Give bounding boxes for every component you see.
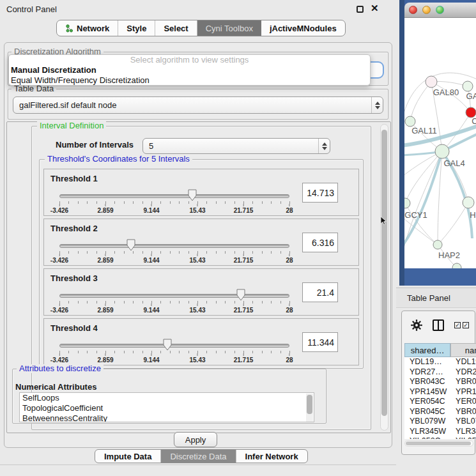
threshold-2-slider-thumb[interactable] <box>127 239 135 251</box>
threshold-3-slider-track[interactable] <box>59 294 289 298</box>
column-header-name[interactable]: name <box>450 343 476 357</box>
threshold-3-value-field[interactable]: 21.4 <box>302 282 338 302</box>
node-label: H <box>470 210 475 220</box>
nodes: GAL80GACGAL11GAL4GCY1HHAP2 <box>404 76 476 268</box>
network-node[interactable] <box>463 197 474 208</box>
algorithm-option-manual[interactable]: Manual Discretization <box>9 65 370 75</box>
tab-jactivemnodules[interactable]: jActiveMNodules <box>261 20 345 36</box>
tick-label: 21.715 <box>234 303 254 314</box>
table-row[interactable]: YBR045CYBR04 <box>404 407 476 417</box>
minimize-traffic-light-icon[interactable] <box>422 6 431 14</box>
cell: YER054C <box>404 397 450 407</box>
tab-style[interactable]: Style <box>118 20 155 36</box>
tick-label: 9.144 <box>143 303 159 314</box>
tick-labels: -3.426 2.859 9.144 15.43 21.715 28 <box>59 204 289 214</box>
table-row[interactable]: YER054CYER05 <box>404 397 476 407</box>
column-layout-icon[interactable] <box>433 319 444 331</box>
tick-label: -3.426 <box>50 353 68 364</box>
network-node[interactable] <box>404 198 410 208</box>
tab-select[interactable]: Select <box>155 20 197 36</box>
threshold-4-slider-track[interactable] <box>59 344 289 348</box>
network-node[interactable] <box>426 76 437 88</box>
tick-label: 28 <box>286 204 293 214</box>
table-row[interactable]: YLR345WYLR34 <box>404 427 476 437</box>
settings-scroll-panel: Interval Definition Number of Intervals … <box>6 121 391 433</box>
number-of-intervals-value: 5 <box>143 141 318 151</box>
network-canvas[interactable]: GAL80GACGAL11GAL4GCY1HHAP2 <box>404 18 476 268</box>
tab-discretize-data[interactable]: Discretize Data <box>161 450 236 463</box>
number-of-intervals-label: Number of Intervals <box>56 140 134 150</box>
threshold-1-slider-track[interactable] <box>59 194 289 198</box>
column-header-shared-name[interactable]: shared… <box>404 343 450 357</box>
edges <box>404 73 476 268</box>
gear-icon[interactable] <box>411 319 422 331</box>
table-row[interactable]: YBL079WYBL07 <box>404 417 476 427</box>
table-row[interactable]: YPR145WYPR14 <box>404 387 476 397</box>
select-columns-icon[interactable]: ✓ ✓ <box>454 322 469 328</box>
tab-select-label: Select <box>164 24 188 33</box>
network-node[interactable] <box>405 116 415 127</box>
cell: YLR34 <box>450 427 476 437</box>
tick-label: 28 <box>286 303 293 314</box>
node-table[interactable]: shared… name YDL19…YDL19 YDR27…YDR27 YBR… <box>404 343 476 439</box>
tick-label: 15.43 <box>189 353 205 364</box>
threshold-4-slider-thumb[interactable] <box>163 339 172 351</box>
checkbox-icon: ✓ <box>463 322 469 328</box>
list-scrollbar[interactable] <box>306 394 313 422</box>
network-node[interactable] <box>452 263 461 268</box>
cell: YBR04 <box>450 377 476 387</box>
cell: YIL052C <box>404 436 450 439</box>
list-item[interactable]: BetweennessCentrality <box>20 413 314 422</box>
list-item[interactable]: SelfLoops <box>20 393 314 403</box>
interval-definition-label: Interval Definition <box>37 121 106 130</box>
scrollbar-thumb[interactable] <box>406 441 471 445</box>
close-traffic-light-icon[interactable] <box>409 6 417 14</box>
table-data-combobox[interactable]: galFiltered.sif default node <box>13 96 383 114</box>
table-data-value: galFiltered.sif default node <box>13 100 371 110</box>
numerical-attributes-list[interactable]: SelfLoops TopologicalCoefficient Between… <box>19 392 314 422</box>
number-of-intervals-combobox[interactable]: 5 <box>142 138 330 154</box>
network-node[interactable] <box>435 144 449 158</box>
threshold-2-slider-track[interactable] <box>59 244 289 248</box>
apply-button[interactable]: Apply <box>174 432 217 447</box>
network-node[interactable] <box>463 81 473 91</box>
threshold-1-slider-thumb[interactable] <box>188 189 197 201</box>
float-window-icon[interactable] <box>357 6 364 13</box>
tab-cyni-toolbox[interactable]: Cyni Toolbox <box>197 20 261 36</box>
table-horizontal-scrollbar[interactable] <box>404 440 473 447</box>
list-item[interactable]: TopologicalCoefficient <box>20 403 314 413</box>
cell: YPR14 <box>450 387 476 397</box>
table-row[interactable]: YDR27…YDR27 <box>404 367 476 378</box>
threshold-4-value-field[interactable]: 11.344 <box>302 332 338 352</box>
tab-infer-network[interactable]: Infer Network <box>236 450 307 463</box>
tick-label: 28 <box>286 254 293 264</box>
threshold-3-slider-thumb[interactable] <box>236 289 245 301</box>
attributes-group: Attributes to discretize Numerical Attri… <box>12 369 326 424</box>
threshold-4-label: Threshold 4 <box>50 323 98 333</box>
tab-impute-data[interactable]: Impute Data <box>95 450 161 463</box>
close-icon[interactable]: ✕ <box>371 3 379 14</box>
zoom-traffic-light-icon[interactable] <box>436 6 444 14</box>
tick-label: 2.859 <box>97 254 113 264</box>
cell: YDR27 <box>450 367 476 378</box>
thick-edges <box>404 125 476 248</box>
panel-scrollbar-thumb[interactable] <box>381 130 387 416</box>
table-row[interactable]: YDL19…YDL19 <box>404 357 476 367</box>
threshold-3-panel: Threshold 3 -3.426 2.859 9.144 15.43 21.… <box>43 268 359 316</box>
network-window-titlebar[interactable] <box>404 3 476 18</box>
threshold-2-value-field[interactable]: 6.316 <box>302 233 338 252</box>
algorithm-option-equal-width[interactable]: Equal Width/Frequency Discretization <box>9 75 370 86</box>
panel-title: Control Panel <box>6 4 57 14</box>
tick-labels: -3.426 2.859 9.144 15.43 21.715 28 <box>59 303 289 314</box>
network-node[interactable] <box>433 240 442 249</box>
table-row[interactable]: YBR043CYBR04 <box>404 377 476 387</box>
window-frame <box>399 0 404 286</box>
network-icon <box>65 24 73 33</box>
threshold-1-value-field[interactable]: 14.713 <box>302 183 338 203</box>
panel-scrollbar[interactable] <box>380 124 388 431</box>
threshold-4-panel: Threshold 4 -3.426 2.859 9.144 15.43 21.… <box>43 318 359 365</box>
tab-network[interactable]: Network <box>57 20 118 36</box>
table-row[interactable]: YIL052CYIL05 <box>404 436 476 439</box>
tick-label: 2.859 <box>97 204 113 214</box>
checkbox-icon: ✓ <box>454 322 461 328</box>
